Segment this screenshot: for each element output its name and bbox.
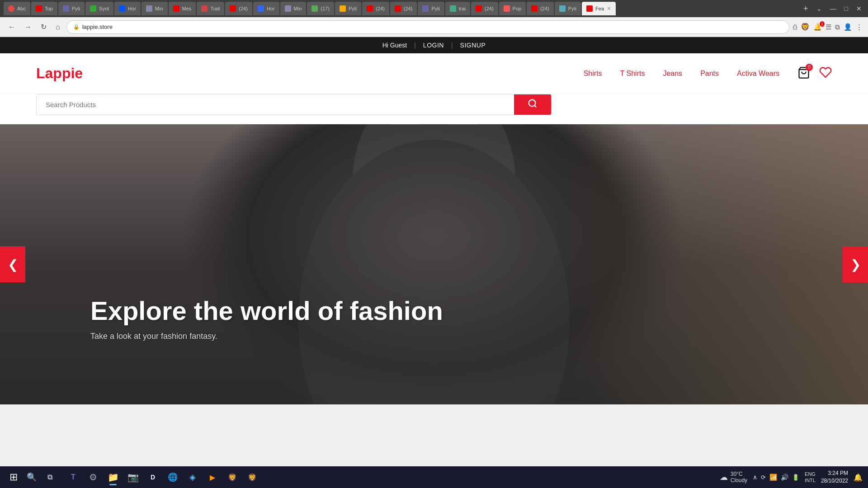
taskbar-right: ☁ 30°C Cloudy ∧ ⟳ 📶 🔊 🔋 ENG INTL 3:24 PM…	[720, 469, 863, 485]
sidebar-icon[interactable]: ☰	[826, 23, 831, 31]
svg-point-1	[529, 100, 536, 107]
tab-1[interactable]: Abc	[4, 2, 30, 15]
taskbar-vlc[interactable]: ▶	[203, 468, 222, 486]
sound-icon[interactable]: 🔊	[781, 474, 788, 481]
taskbar-chrome[interactable]: 🌐	[164, 468, 182, 486]
wishlist-icon[interactable]	[819, 66, 832, 81]
wifi-icon[interactable]: 📶	[769, 474, 777, 481]
language-indicator[interactable]: ENG INTL	[805, 471, 816, 484]
battery-icon[interactable]: 🔋	[792, 474, 799, 481]
brave-icon[interactable]: 🦁	[801, 23, 810, 31]
taskbar-brave2[interactable]: 🦁	[243, 468, 261, 486]
tab-dropdown-button[interactable]: ⌄	[814, 4, 825, 13]
main-navigation: Shirts T Shirts Jeans Pants Activa Wears	[584, 70, 779, 78]
search-button[interactable]	[514, 94, 551, 115]
search-button-taskbar[interactable]: 🔍	[24, 469, 40, 485]
tab-12[interactable]: (17)	[307, 2, 334, 15]
taskview-button[interactable]: ⧉	[42, 469, 58, 485]
tab-active[interactable]: Fea ✕	[582, 2, 616, 15]
tab-controls: + ⌄ — □ ✕	[801, 3, 864, 14]
start-button[interactable]: ⊞	[5, 469, 22, 485]
login-link[interactable]: LOGIN	[423, 42, 444, 49]
nav-shirts[interactable]: Shirts	[584, 70, 602, 78]
taskbar-brave1[interactable]: 🦁	[223, 468, 241, 486]
taskbar-vscode[interactable]: ◈	[184, 468, 202, 486]
taskbar-start: ⊞ 🔍 ⧉	[5, 469, 58, 485]
cart-badge: 0	[806, 64, 813, 71]
tab-11[interactable]: Min	[280, 2, 307, 15]
tab-9[interactable]: (24)	[225, 2, 252, 15]
address-bar[interactable]: 🔒 lappie.store	[66, 20, 789, 34]
taskbar-camera[interactable]: 📷	[124, 468, 142, 486]
share-icon[interactable]: ⎙	[793, 23, 797, 31]
tab-bar: Abc Top Pyti Synt Hor Min Mes Trail	[0, 0, 868, 17]
search-section	[0, 94, 868, 124]
taskbar-dell[interactable]: D	[144, 468, 162, 486]
tab-5[interactable]: Hor	[114, 2, 141, 15]
lock-icon: 🔒	[73, 24, 80, 30]
tab-19[interactable]: Pop	[499, 2, 526, 15]
nav-jeans[interactable]: Jeans	[663, 70, 682, 78]
tab-14[interactable]: (24)	[362, 2, 389, 15]
tab-21[interactable]: Pyti	[555, 2, 581, 15]
maximize-button[interactable]: □	[842, 4, 851, 13]
notifications-icon[interactable]: 🔔1	[813, 23, 822, 31]
site-header: Lappie Shirts T Shirts Jeans Pants Activ…	[0, 53, 868, 94]
tab-7[interactable]: Mes	[169, 2, 196, 15]
website-content: Hi Guest | LOGIN | SIGNUP Lappie Shirts …	[0, 37, 868, 404]
date-text: 28/10/2022	[821, 477, 848, 485]
signup-link[interactable]: SIGNUP	[460, 42, 486, 49]
nav-activa[interactable]: Activa Wears	[737, 70, 779, 78]
battery-update-icon[interactable]: ⟳	[761, 474, 766, 481]
tab-16[interactable]: Pyti	[418, 2, 444, 15]
weather-desc-text: Cloudy	[731, 477, 747, 483]
new-tab-button[interactable]: +	[801, 3, 811, 14]
taskbar-files[interactable]: 📁	[104, 468, 122, 486]
taskbar-teams[interactable]: T	[64, 468, 82, 486]
taskbar-clock[interactable]: 3:24 PM 28/10/2022	[821, 469, 848, 485]
chevron-right-icon: ❯	[850, 257, 861, 272]
temperature-text: 30°C	[731, 471, 747, 477]
back-button[interactable]: ←	[5, 21, 18, 33]
notifications-taskbar-icon[interactable]: 🔔	[854, 473, 863, 482]
tab-17[interactable]: trai	[445, 2, 470, 15]
nav-pants[interactable]: Pants	[700, 70, 719, 78]
more-icon[interactable]: ⋮	[856, 23, 863, 31]
close-button[interactable]: ✕	[854, 4, 864, 13]
home-button[interactable]: ⌂	[53, 21, 63, 33]
tab-15[interactable]: (24)	[390, 2, 417, 15]
cart-icon-wrap[interactable]: 0	[797, 66, 810, 81]
taskbar-settings[interactable]: ⚙	[84, 468, 102, 486]
tab-10[interactable]: Hor	[253, 2, 279, 15]
separator-2: |	[451, 42, 453, 49]
minimize-button[interactable]: —	[827, 4, 839, 13]
tab-4[interactable]: Synt	[85, 2, 113, 15]
address-text: lappie.store	[82, 23, 113, 30]
tab-13[interactable]: Pyti	[335, 2, 361, 15]
reload-button[interactable]: ↻	[38, 21, 49, 33]
slider-prev-button[interactable]: ❮	[0, 246, 25, 282]
hero-content: Explore the world of fashion Take a look…	[0, 296, 443, 368]
weather-widget: ☁ 30°C Cloudy	[720, 471, 747, 483]
forward-button[interactable]: →	[22, 21, 34, 33]
slider-next-button[interactable]: ❯	[843, 246, 868, 282]
split-icon[interactable]: ⧉	[835, 23, 840, 31]
tab-18[interactable]: (24)	[471, 2, 498, 15]
search-input[interactable]	[37, 94, 514, 115]
taskbar: ⊞ 🔍 ⧉ T ⚙ 📁 📷 D 🌐 ◈ ▶ 🦁 🦁 ☁ 30°C Cloudy …	[0, 466, 868, 488]
tab-20[interactable]: (24)	[527, 2, 554, 15]
tab-2[interactable]: Top	[31, 2, 57, 15]
tab-trail[interactable]: Trail	[197, 2, 224, 15]
tab-3[interactable]: Pyti	[58, 2, 85, 15]
nav-tshirts[interactable]: T Shirts	[620, 70, 645, 78]
separator-1: |	[414, 42, 416, 49]
site-logo[interactable]: Lappie	[36, 65, 83, 82]
hero-title: Explore the world of fashion	[90, 296, 443, 325]
greeting-text: Hi Guest	[382, 42, 407, 49]
search-icon	[528, 99, 538, 108]
lang-text: ENG	[805, 471, 816, 477]
tab-6[interactable]: Min	[142, 2, 168, 15]
tab-close-icon[interactable]: ✕	[607, 5, 611, 12]
tray-arrow-icon[interactable]: ∧	[753, 474, 757, 481]
profile-icon[interactable]: 👤	[844, 23, 852, 31]
